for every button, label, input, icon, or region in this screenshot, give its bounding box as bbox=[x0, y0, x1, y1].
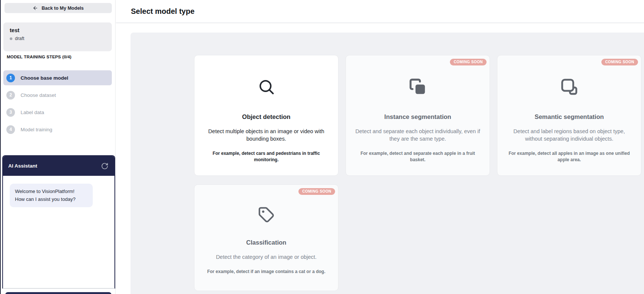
card-title: Instance segmentation bbox=[355, 113, 481, 120]
step-item-model-training[interactable]: 4 Model training bbox=[3, 122, 112, 137]
card-example: For example, detect cars and pedestrians… bbox=[203, 150, 329, 163]
step-label: Choose base model bbox=[21, 75, 68, 81]
refresh-chat-button[interactable] bbox=[101, 162, 109, 170]
content-panel: Object detection Detect multiple objects… bbox=[131, 33, 644, 294]
card-classification[interactable]: COMING SOON Classification Detect the ca… bbox=[194, 184, 338, 291]
ai-assistant-panel: AI Assistant Welcome to VisionPlatform! … bbox=[2, 155, 115, 289]
page-header: Select model type bbox=[116, 0, 644, 23]
step-number-badge: 4 bbox=[6, 125, 15, 134]
tag-icon bbox=[203, 206, 329, 223]
steps-section-title: MODEL TRAINING STEPS (0/4) bbox=[7, 55, 71, 59]
coming-soon-badge: COMING SOON bbox=[601, 59, 638, 65]
sidebar: Back to My Models test draft MODEL TRAIN… bbox=[1, 0, 116, 294]
step-number-badge: 2 bbox=[6, 91, 15, 99]
app-window: Back to My Models test draft MODEL TRAIN… bbox=[0, 0, 644, 294]
step-number-badge: 1 bbox=[6, 74, 15, 82]
card-description: Detect and separate each object individu… bbox=[355, 128, 481, 143]
model-type-grid: Object detection Detect multiple objects… bbox=[194, 55, 641, 291]
card-example: For example, detect if an image contains… bbox=[203, 269, 329, 275]
model-summary-card: test draft bbox=[3, 22, 112, 51]
back-button-label: Back to My Models bbox=[42, 6, 84, 11]
step-item-choose-base-model[interactable]: 1 Choose base model bbox=[3, 70, 112, 85]
copy-filled-icon bbox=[355, 77, 481, 96]
card-instance-segmentation[interactable]: COMING SOON Instance segmentation Detect… bbox=[346, 55, 490, 176]
step-number-badge: 3 bbox=[6, 108, 15, 117]
ai-assistant-header: AI Assistant bbox=[3, 156, 114, 176]
card-object-detection[interactable]: Object detection Detect multiple objects… bbox=[194, 55, 338, 176]
step-item-label-data[interactable]: 3 Label data bbox=[3, 105, 112, 120]
status-dot-icon bbox=[10, 37, 12, 40]
card-description: Detect and label regions based on object… bbox=[506, 128, 632, 143]
page-title: Select model type bbox=[131, 7, 194, 16]
card-title: Semantic segmentation bbox=[506, 113, 632, 120]
step-label: Model training bbox=[21, 127, 52, 132]
ai-chat-input-bar[interactable] bbox=[5, 292, 111, 294]
card-example: For example, detect and separate each ap… bbox=[355, 150, 481, 163]
step-item-choose-dataset[interactable]: 2 Choose dataset bbox=[3, 88, 112, 102]
step-label: Choose dataset bbox=[21, 92, 56, 98]
copy-outline-icon bbox=[506, 77, 632, 96]
ai-assistant-title: AI Assistant bbox=[8, 163, 37, 169]
card-description: Detect multiple objects in an image or v… bbox=[203, 128, 329, 143]
refresh-icon bbox=[101, 162, 108, 170]
step-label: Label data bbox=[21, 110, 44, 115]
assistant-message-bubble: Welcome to VisionPlatform! How can I ass… bbox=[10, 184, 93, 207]
card-title: Object detection bbox=[203, 113, 329, 120]
arrow-left-icon bbox=[33, 5, 38, 11]
status-badge: draft bbox=[15, 36, 24, 41]
card-example: For example, detect all apples in an ima… bbox=[506, 150, 632, 163]
coming-soon-badge: COMING SOON bbox=[450, 59, 487, 65]
card-title: Classification bbox=[203, 239, 329, 246]
search-icon bbox=[203, 77, 329, 96]
card-semantic-segmentation[interactable]: COMING SOON Semantic segmentation Detect… bbox=[497, 55, 641, 176]
assistant-message-line: How can I assist you today? bbox=[15, 195, 88, 203]
steps-list: 1 Choose base model 2 Choose dataset 3 L… bbox=[3, 70, 112, 137]
coming-soon-badge: COMING SOON bbox=[298, 188, 335, 195]
card-description: Detect the category of an image or objec… bbox=[203, 253, 329, 261]
model-name: test bbox=[10, 27, 105, 33]
back-to-my-models-button[interactable]: Back to My Models bbox=[4, 3, 112, 13]
assistant-message-line: Welcome to VisionPlatform! bbox=[15, 187, 88, 195]
